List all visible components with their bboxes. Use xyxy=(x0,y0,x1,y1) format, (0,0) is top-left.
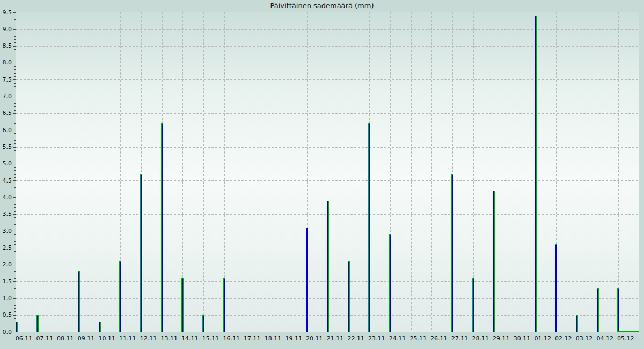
y-tick-minor xyxy=(14,217,16,218)
y-tick-minor xyxy=(14,42,16,43)
y-tick-major xyxy=(13,113,16,114)
y-tick-minor xyxy=(14,143,16,144)
gridline-h xyxy=(16,79,639,80)
bar xyxy=(16,322,18,332)
y-tick-minor xyxy=(14,305,16,306)
x-axis-label: 20.11 xyxy=(303,335,326,343)
x-axis-label: 03.12 xyxy=(573,335,596,343)
x-axis-label: 12.11 xyxy=(137,335,160,343)
y-tick-major xyxy=(13,315,16,316)
y-tick-minor xyxy=(14,255,16,255)
y-tick-minor xyxy=(14,271,16,272)
y-tick-minor xyxy=(14,66,16,67)
y-tick-minor xyxy=(14,26,16,26)
y-tick-minor xyxy=(14,110,16,111)
y-tick-minor xyxy=(14,150,16,151)
gridline-v xyxy=(266,12,266,332)
bar xyxy=(576,315,578,332)
y-tick-major xyxy=(13,197,16,198)
chart-title: Päivittäinen sademäärä (mm) xyxy=(0,2,644,10)
y-tick-minor xyxy=(14,140,16,141)
y-tick-minor xyxy=(14,207,16,208)
y-tick-minor xyxy=(14,204,16,205)
y-tick-major xyxy=(13,130,16,130)
y-tick-minor xyxy=(14,251,16,252)
x-axis-label: 22.11 xyxy=(344,335,368,343)
y-tick-minor xyxy=(14,285,16,285)
gridline-h xyxy=(16,180,639,181)
y-tick-minor xyxy=(14,194,16,194)
y-tick-minor xyxy=(14,73,16,74)
x-axis-label: 21.11 xyxy=(324,335,347,343)
y-tick-minor xyxy=(14,133,16,134)
y-axis-label: 7.0 xyxy=(0,93,12,100)
y-tick-minor xyxy=(14,201,16,201)
chart-figure: Päivittäinen sademäärä (mm) 0.00.51.01.5… xyxy=(0,0,644,349)
x-axis-label: 26.11 xyxy=(427,335,451,343)
x-axis-label: 17.11 xyxy=(240,335,264,343)
y-tick-major xyxy=(13,248,16,248)
gridline-v xyxy=(17,12,17,332)
y-tick-minor xyxy=(14,329,16,329)
y-tick-minor xyxy=(14,76,16,77)
y-tick-minor xyxy=(14,244,16,245)
y-axis-label: 6.0 xyxy=(0,127,12,134)
y-tick-minor xyxy=(14,117,16,117)
y-tick-minor xyxy=(14,167,16,168)
y-tick-minor xyxy=(14,318,16,319)
bar xyxy=(306,228,308,332)
x-axis-label: 14.11 xyxy=(178,335,202,343)
x-axis-label: 25.11 xyxy=(406,335,430,343)
y-tick-minor xyxy=(14,295,16,295)
gridline-v xyxy=(58,12,58,332)
y-axis-label: 4.5 xyxy=(0,177,12,184)
x-axis-label: 09.11 xyxy=(75,335,98,343)
x-axis-label: 18.11 xyxy=(261,335,285,343)
gridline-v xyxy=(287,12,287,332)
y-axis-label: 7.5 xyxy=(0,76,12,83)
x-axis-label: 24.11 xyxy=(386,335,409,343)
x-axis-label: 27.11 xyxy=(448,335,472,343)
x-axis-label: 13.11 xyxy=(157,335,181,343)
y-tick-minor xyxy=(14,288,16,289)
y-tick-minor xyxy=(14,56,16,56)
y-tick-minor xyxy=(14,90,16,90)
y-tick-minor xyxy=(14,322,16,322)
gridline-h xyxy=(16,29,639,30)
y-tick-minor xyxy=(14,154,16,154)
bar xyxy=(202,315,204,332)
y-tick-minor xyxy=(14,221,16,221)
gridline-v xyxy=(598,12,598,332)
gridline-v xyxy=(431,12,432,332)
y-tick-minor xyxy=(14,69,16,70)
gridline-v xyxy=(203,12,204,332)
y-tick-minor xyxy=(14,23,16,23)
x-axis-label: 30.11 xyxy=(510,335,534,343)
y-axis-label: 9.5 xyxy=(0,9,12,16)
y-tick-minor xyxy=(14,211,16,212)
y-tick-minor xyxy=(14,83,16,84)
y-tick-minor xyxy=(14,174,16,174)
gridline-h xyxy=(16,46,639,47)
y-axis-label: 5.0 xyxy=(0,160,12,167)
x-axis-label: 29.11 xyxy=(489,335,513,343)
bar xyxy=(36,315,39,332)
y-axis-label: 1.5 xyxy=(0,278,12,285)
y-tick-minor xyxy=(14,278,16,279)
y-tick-minor xyxy=(14,234,16,235)
plot-inner xyxy=(16,12,639,332)
y-tick-major xyxy=(13,281,16,282)
y-tick-minor xyxy=(14,311,16,312)
y-tick-minor xyxy=(14,93,16,93)
y-tick-minor xyxy=(14,49,16,50)
gridline-v xyxy=(245,12,245,332)
y-tick-minor xyxy=(14,268,16,268)
y-tick-minor xyxy=(14,120,16,120)
y-axis-label: 8.5 xyxy=(0,42,12,49)
y-tick-major xyxy=(13,29,16,30)
bar xyxy=(161,123,163,332)
y-tick-major xyxy=(13,12,16,13)
bar xyxy=(555,244,557,332)
x-axis-label: 05.12 xyxy=(614,335,638,343)
gridline-v xyxy=(515,12,515,332)
